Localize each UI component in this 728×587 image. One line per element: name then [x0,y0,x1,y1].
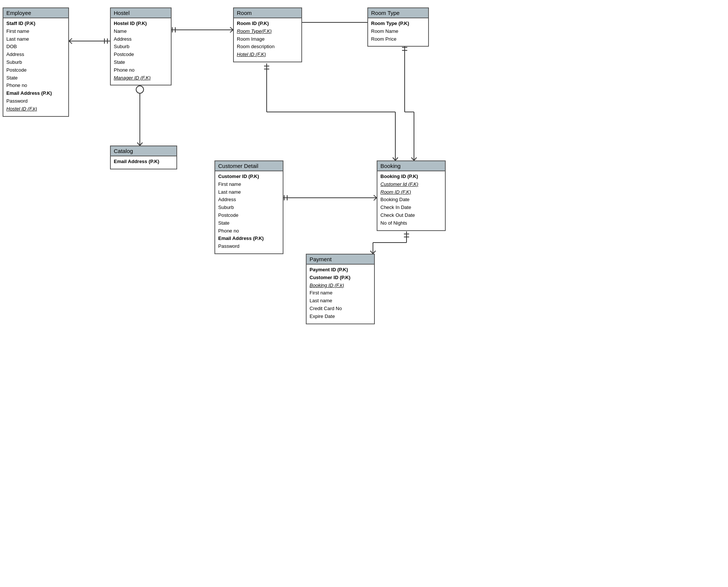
field: Address [6,51,65,59]
field: Customer ID (P.K) [310,274,371,282]
field: Last name [6,35,65,43]
field: Last name [310,297,371,305]
entity-hostel-body: Hostel ID (P.K) Name Address Suburb Post… [111,18,171,85]
entity-employee: Employee Staff ID (P.K) First name Last … [3,7,69,117]
entity-room-body: Room ID (P.K) Room Type(F.K) Room Image … [234,18,301,62]
svg-line-28 [393,157,395,160]
field: First name [6,28,65,35]
svg-line-35 [374,198,377,200]
entity-catalog-body: Email Address (P.K) [111,156,176,169]
entity-roomtype: Room Type Room Type (P.K) Room Name Room… [367,7,429,47]
field: Room Type(F.K) [237,28,298,35]
entity-room: Room Room ID (P.K) Room Type(F.K) Room I… [233,7,302,62]
entity-room-header: Room [234,8,301,18]
field: Email Address (P.K) [6,90,65,97]
svg-line-14 [230,27,233,30]
svg-point-7 [136,86,144,93]
field: Suburb [6,59,65,66]
field: Phone no [114,66,168,74]
svg-line-42 [370,251,373,254]
field: No of Nights [380,219,442,227]
field: Email Address (P.K) [114,158,173,166]
field: Phone no [218,227,280,235]
field: Phone no [6,82,65,90]
field: Room Name [371,28,425,35]
entity-customerdetail-body: Customer ID (P.K) First name Last name A… [215,171,283,253]
svg-line-29 [395,157,398,160]
field: Room ID (P.K) [237,20,298,28]
entity-customerdetail-header: Customer Detail [215,161,283,171]
svg-line-4 [69,41,72,44]
field: Last name [218,188,280,196]
entity-hostel-header: Hostel [111,8,171,18]
field: Room ID (F.K) [380,188,442,196]
entity-catalog: Catalog Email Address (P.K) [110,146,177,169]
entity-payment-body: Payment ID (P.K) Customer ID (P.K) Booki… [307,265,374,324]
field: Room description [237,43,298,51]
field: Password [218,243,280,250]
field: Hotel ID (F.K) [237,51,298,59]
field: Customer Id (F.K) [380,181,442,188]
field: Address [218,196,280,204]
entity-roomtype-body: Room Type (P.K) Room Name Room Price [368,18,428,46]
field: Postcode [218,212,280,219]
field: First name [218,181,280,188]
entity-employee-body: Staff ID (P.K) First name Last name DOB … [3,18,68,116]
field: Check Out Date [380,212,442,219]
field: Hostel ID (F.k) [6,105,65,113]
field: Address [114,35,168,43]
entity-booking-body: Booking ID (P.K) Customer Id (F.K) Room … [377,171,445,230]
field: State [114,59,168,66]
field: Customer ID (P.K) [218,173,280,181]
entity-customerdetail: Customer Detail Customer ID (P.K) First … [214,160,283,254]
field: First name [310,289,371,297]
entity-booking: Booking Booking ID (P.K) Customer Id (F.… [377,160,446,231]
field: Postcode [114,51,168,59]
field: Staff ID (P.K) [6,20,65,28]
field: Email Address (P.K) [218,235,280,243]
entity-payment: Payment Payment ID (P.K) Customer ID (P.… [306,254,375,324]
field: Hostel ID (P.K) [114,20,168,28]
svg-line-51 [414,157,417,160]
field: Postcode [6,66,65,74]
field: Room Type (P.K) [371,20,425,28]
field: Room Price [371,35,425,43]
field: Payment ID (P.K) [310,266,371,274]
svg-line-15 [230,30,233,32]
svg-line-9 [140,143,142,146]
field: Check In Date [380,204,442,212]
entity-hostel: Hostel Hostel ID (P.K) Name Address Subu… [110,7,172,85]
field: Booking ID (P.K) [380,173,442,181]
entity-roomtype-header: Room Type [368,8,428,18]
field: Suburb [114,43,168,51]
entity-payment-header: Payment [307,255,374,265]
field: State [218,219,280,227]
field: Suburb [218,204,280,212]
field: Password [6,97,65,105]
field: Credit Card No [310,305,371,313]
field: State [6,74,65,82]
svg-line-8 [137,143,140,146]
field: Expire Date [310,313,371,321]
entity-employee-header: Employee [3,8,68,18]
svg-line-50 [411,157,414,160]
field: DOB [6,43,65,51]
field: Room Image [237,35,298,43]
svg-line-3 [69,38,72,41]
field: Manager ID (F.K) [114,74,168,82]
field: Booking Date [380,196,442,204]
entity-catalog-header: Catalog [111,146,176,156]
field: Booking ID (F.k) [310,282,371,290]
entity-booking-header: Booking [377,161,445,171]
svg-line-34 [374,195,377,198]
field: Name [114,28,168,35]
svg-line-43 [373,251,376,254]
